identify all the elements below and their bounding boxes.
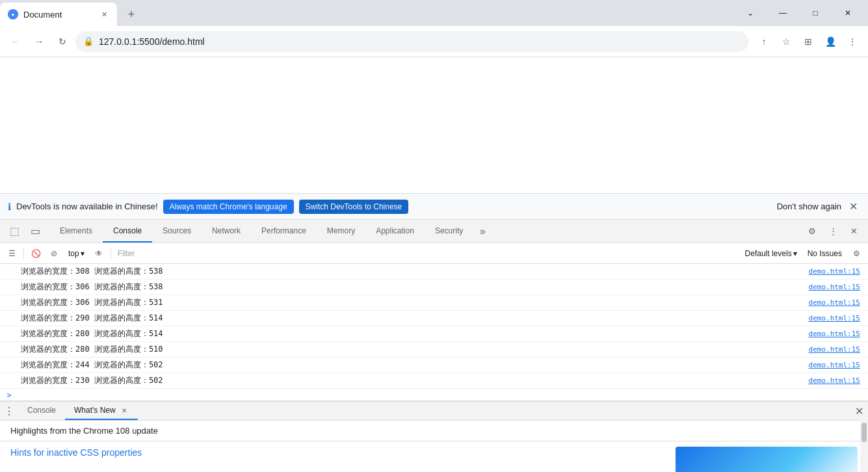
tab-memory[interactable]: Memory xyxy=(317,220,365,243)
tab-close-button[interactable]: ✕ xyxy=(99,9,109,20)
tab-title: Document xyxy=(23,10,94,20)
console-text: 浏览器的宽度：280 浏览器的高度：514 xyxy=(18,328,809,340)
context-selector[interactable]: top ▾ xyxy=(64,248,88,259)
scrollbar-thumb[interactable] xyxy=(861,423,867,442)
bookmark-icon[interactable]: ☆ xyxy=(776,31,796,52)
console-toolbar: ☰ 🚫 ⊘ top ▾ 👁 Default levels ▾ xyxy=(0,243,868,264)
drawer-tab-console[interactable]: Console xyxy=(18,402,65,420)
more-tabs-button[interactable]: » xyxy=(473,222,492,241)
console-text: 浏览器的宽度：280 浏览器的高度：510 xyxy=(18,343,809,356)
drawer-article: Hints for inactive CSS properties xyxy=(10,447,665,472)
console-row: 浏览器的宽度：230 浏览器的高度：502 demo.html:15 xyxy=(0,373,868,389)
console-text: 浏览器的宽度：290 浏览器的高度：514 xyxy=(18,312,809,324)
tab-favicon xyxy=(8,9,18,20)
console-settings-icon[interactable]: ⚙ xyxy=(848,246,864,261)
console-prompt[interactable]: > xyxy=(0,389,868,400)
switch-to-chinese-button[interactable]: Switch DevTools to Chinese xyxy=(299,200,409,214)
console-row: 浏览器的宽度：306 浏览器的高度：531 demo.html:15 xyxy=(0,295,868,311)
devtools-panel: ℹ DevTools is now available in Chinese! … xyxy=(0,193,868,472)
no-issues-button[interactable]: No Issues xyxy=(804,248,846,259)
tab-performance[interactable]: Performance xyxy=(251,220,317,243)
console-row: 浏览器的宽度：244 浏览器的高度：502 demo.html:15 xyxy=(0,358,868,373)
devtools-notification: ℹ DevTools is now available in Chinese! … xyxy=(0,194,868,220)
tab-console[interactable]: Console xyxy=(103,220,152,243)
console-source[interactable]: demo.html:15 xyxy=(809,361,868,369)
profile-icon[interactable]: 👤 xyxy=(820,31,841,52)
default-levels-button[interactable]: Default levels ▾ xyxy=(741,248,801,259)
address-right-icons: ↑ ☆ ⊞ 👤 ⋮ xyxy=(754,31,863,52)
refresh-button[interactable]: ↻ xyxy=(52,31,73,52)
context-dropdown-icon: ▾ xyxy=(81,249,85,258)
console-text: 浏览器的宽度：244 浏览器的高度：502 xyxy=(18,359,809,371)
drawer-tab-close-icon[interactable]: ✕ xyxy=(120,406,129,415)
extensions-icon[interactable]: ⊞ xyxy=(798,31,819,52)
filter-input[interactable] xyxy=(115,246,739,261)
prompt-chevron-icon: > xyxy=(0,391,18,400)
block-icon[interactable]: ⊘ xyxy=(46,246,62,261)
devtools-customize-icon[interactable]: ⋮ xyxy=(824,222,842,241)
console-text: 浏览器的宽度：306 浏览器的高度：538 xyxy=(18,281,809,293)
devtools-tab-bar: ⬚ ▭ Elements Console Sources Network xyxy=(0,220,868,243)
drawer-menu-icon[interactable]: ⋮ xyxy=(0,402,18,420)
toolbar-separator-1 xyxy=(23,248,24,259)
devtools-dock-icons: ⬚ ▭ xyxy=(0,222,49,241)
drawer-tabs: ⋮ Console What's New ✕ ✕ xyxy=(0,402,868,421)
notification-close-button[interactable]: ✕ xyxy=(847,200,860,213)
forward-button[interactable]: → xyxy=(29,31,49,52)
clear-console-icon[interactable]: 🚫 xyxy=(28,246,44,261)
notification-text: DevTools is now available in Chinese! xyxy=(16,202,158,211)
console-sidebar-toggle[interactable]: ☰ xyxy=(4,246,20,261)
tab-elements[interactable]: Elements xyxy=(49,220,103,243)
devtools-close-icon[interactable]: ✕ xyxy=(845,222,863,241)
article-thumbnail xyxy=(676,447,858,472)
tab-sources[interactable]: Sources xyxy=(152,220,202,243)
drawer-close-button[interactable]: ✕ xyxy=(850,402,868,420)
minimize-button[interactable] xyxy=(768,0,798,26)
console-row: 浏览器的宽度：306 浏览器的高度：538 demo.html:15 xyxy=(0,280,868,295)
menu-icon[interactable]: ⋮ xyxy=(842,31,863,52)
console-source[interactable]: demo.html:15 xyxy=(809,283,868,291)
console-row: 浏览器的宽度：280 浏览器的高度：510 demo.html:15 xyxy=(0,342,868,358)
url-text: 127.0.0.1:5500/demo.html xyxy=(99,36,205,47)
drawer-scrollbar[interactable] xyxy=(860,420,868,472)
dont-show-again-button[interactable]: Don't show again xyxy=(777,202,841,211)
share-icon[interactable]: ↑ xyxy=(754,31,774,52)
console-source[interactable]: demo.html:15 xyxy=(809,345,868,354)
console-source[interactable]: demo.html:15 xyxy=(809,330,868,338)
tab-security[interactable]: Security xyxy=(425,220,473,243)
browser-tab[interactable]: Document ✕ xyxy=(0,3,117,26)
console-text: 浏览器的宽度：230 浏览器的高度：502 xyxy=(18,374,809,387)
match-language-button[interactable]: Always match Chrome's language xyxy=(163,200,294,214)
console-right-controls: Default levels ▾ No Issues ⚙ xyxy=(741,246,864,261)
drawer-header: Highlights from the Chrome 108 update xyxy=(0,421,868,441)
inspect-element-icon[interactable]: ⬚ xyxy=(5,222,23,241)
back-button[interactable]: ← xyxy=(5,31,26,52)
device-toolbar-icon[interactable]: ▭ xyxy=(26,222,44,241)
drawer-tab-whats-new[interactable]: What's New ✕ xyxy=(65,402,138,420)
console-source[interactable]: demo.html:15 xyxy=(809,376,868,385)
new-tab-button[interactable]: + xyxy=(120,3,143,26)
drawer-body: Hints for inactive CSS properties xyxy=(0,441,868,472)
console-source[interactable]: demo.html:15 xyxy=(809,298,868,307)
drawer-content: Highlights from the Chrome 108 update Hi… xyxy=(0,421,868,472)
tab-application[interactable]: Application xyxy=(365,220,425,243)
tab-network[interactable]: Network xyxy=(202,220,251,243)
console-row: 浏览器的宽度：280 浏览器的高度：514 demo.html:15 xyxy=(0,326,868,342)
url-input[interactable]: 🔒 127.0.0.1:5500/demo.html xyxy=(75,31,748,52)
chevron-down-icon[interactable]: ⌄ xyxy=(735,0,765,26)
eye-icon[interactable]: 👁 xyxy=(91,246,107,261)
close-window-button[interactable] xyxy=(833,0,863,26)
toolbar-separator-2 xyxy=(111,248,111,259)
address-bar: ← → ↻ 🔒 127.0.0.1:5500/demo.html ↑ ☆ ⊞ 👤… xyxy=(0,26,868,57)
lock-icon: 🔒 xyxy=(83,36,94,46)
maximize-button[interactable] xyxy=(800,0,830,26)
tab-bar: Document ✕ + ⌄ xyxy=(0,0,868,26)
console-source[interactable]: demo.html:15 xyxy=(809,267,868,276)
console-text: 浏览器的宽度：308 浏览器的高度：538 xyxy=(18,265,809,278)
devtools-right-controls: ⚙ ⋮ ✕ xyxy=(803,222,868,241)
console-source[interactable]: demo.html:15 xyxy=(809,314,868,322)
article-title-link[interactable]: Hints for inactive CSS properties xyxy=(10,447,142,458)
console-row: 浏览器的宽度：308 浏览器的高度：538 demo.html:15 xyxy=(0,264,868,280)
devtools-settings-icon[interactable]: ⚙ xyxy=(803,222,821,241)
console-output: 浏览器的宽度：308 浏览器的高度：538 demo.html:15 浏览器的宽… xyxy=(0,264,868,400)
